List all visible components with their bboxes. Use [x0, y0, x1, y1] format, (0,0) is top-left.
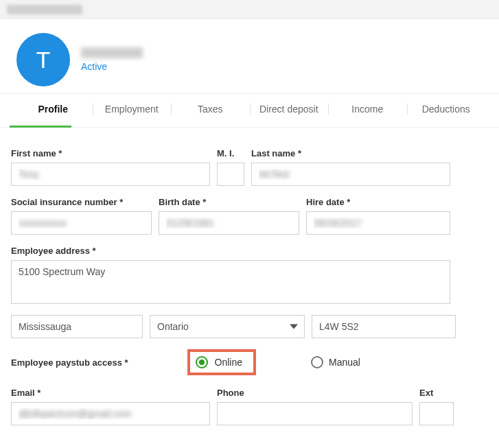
topbar-blurred-text — [7, 5, 82, 14]
address-input[interactable] — [11, 260, 450, 304]
tab-profile[interactable]: Profile — [14, 94, 93, 127]
tab-employment[interactable]: Employment — [93, 94, 172, 127]
tab-deductions[interactable]: Deductions — [407, 94, 486, 127]
label-ext: Ext — [419, 388, 454, 398]
province-select[interactable] — [150, 315, 305, 338]
first-name-input[interactable] — [11, 163, 210, 186]
ext-input[interactable] — [419, 402, 454, 425]
employee-name-blurred — [81, 47, 143, 58]
tab-bar: Profile Employment Taxes Direct deposit … — [0, 94, 499, 128]
label-sin: Social insurance number * — [11, 197, 152, 207]
paystub-online-label: Online — [215, 357, 242, 368]
employee-status[interactable]: Active — [81, 61, 143, 72]
label-hire-date: Hire date * — [306, 197, 450, 207]
postal-code-input[interactable] — [312, 315, 456, 338]
profile-form: First name * M. I. Last name * Social in… — [0, 128, 499, 448]
sin-input[interactable] — [11, 211, 152, 235]
city-input[interactable] — [11, 315, 143, 338]
avatar-initial: T — [36, 47, 51, 73]
hire-date-input[interactable] — [306, 211, 450, 235]
tab-income[interactable]: Income — [328, 94, 407, 127]
label-last-name: Last name * — [251, 148, 450, 158]
label-birth-date: Birth date * — [159, 197, 299, 207]
label-phone: Phone — [217, 388, 413, 398]
paystub-online-highlight: Online — [187, 349, 256, 375]
page-topbar — [0, 0, 499, 19]
label-address: Employee address * — [11, 246, 450, 256]
employee-name-stack: Active — [81, 47, 143, 72]
label-paystub-access: Employee paystub access * — [11, 357, 128, 368]
birth-date-input[interactable] — [159, 211, 299, 235]
label-email: Email * — [11, 388, 210, 398]
tab-taxes[interactable]: Taxes — [171, 94, 250, 127]
mi-input[interactable] — [217, 163, 244, 186]
paystub-manual-label: Manual — [329, 357, 360, 368]
label-mi: M. I. — [217, 148, 244, 158]
email-input[interactable] — [11, 402, 210, 425]
avatar: T — [16, 33, 70, 86]
paystub-online-radio[interactable] — [196, 356, 208, 368]
label-first-name: First name * — [11, 148, 210, 158]
tab-direct-deposit[interactable]: Direct deposit — [250, 94, 329, 127]
paystub-manual-radio[interactable] — [311, 356, 323, 368]
phone-input[interactable] — [217, 402, 413, 425]
employee-header: T Active — [0, 19, 499, 94]
last-name-input[interactable] — [251, 163, 450, 186]
